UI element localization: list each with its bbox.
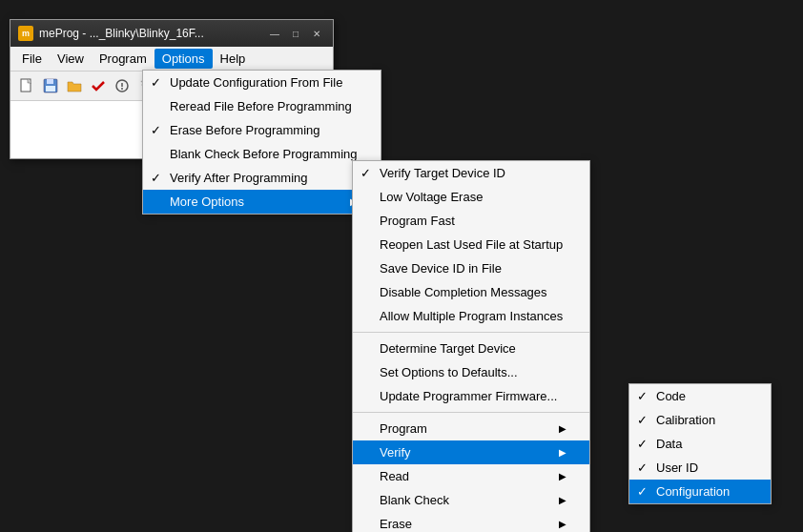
more-set-defaults[interactable]: Set Options to Defaults... [353, 360, 589, 384]
more-low-voltage[interactable]: Low Voltage Erase [353, 185, 589, 209]
svg-rect-3 [46, 86, 55, 92]
more-update-firmware[interactable]: Update Programmer Firmware... [353, 384, 589, 408]
program-arrow: ▶ [559, 423, 566, 434]
more-program-fast[interactable]: Program Fast [353, 209, 589, 233]
more-reopen-last[interactable]: Reopen Last Used File at Startup [353, 233, 589, 256]
toolbar-verify[interactable] [112, 75, 133, 96]
restore-button[interactable]: □ [287, 27, 304, 40]
erase-arrow: ▶ [559, 519, 566, 529]
svg-rect-2 [47, 79, 53, 84]
more-options-submenu: ✓ Verify Target Device ID Low Voltage Er… [352, 160, 590, 532]
toolbar-new[interactable] [16, 75, 37, 96]
more-allow-multiple[interactable]: Allow Multiple Program Instances [353, 304, 589, 328]
option-more-options[interactable]: More Options ▶ [143, 190, 381, 214]
option-erase-before[interactable]: ✓ Erase Before Programming [143, 118, 381, 142]
separator-2 [353, 412, 589, 413]
window-title: meProg - ..._Blinky\Blinky_16F... [39, 27, 204, 40]
verify-calibration[interactable]: ✓ Calibration [629, 408, 771, 432]
check-configuration: ✓ [637, 484, 648, 499]
check-update-config: ✓ [151, 75, 161, 90]
more-program[interactable]: Program ▶ [353, 417, 589, 440]
verify-arrow: ▶ [559, 447, 566, 458]
svg-point-6 [121, 88, 123, 90]
verify-data[interactable]: ✓ Data [629, 432, 771, 456]
menu-program[interactable]: Program [92, 49, 154, 69]
more-save-device-id[interactable]: Save Device ID in File [353, 256, 589, 280]
verify-configuration[interactable]: ✓ Configuration [629, 480, 771, 503]
more-read[interactable]: Read ▶ [353, 464, 589, 488]
check-code: ✓ [637, 389, 648, 403]
check-calibration: ✓ [637, 413, 648, 427]
option-blank-check[interactable]: Blank Check Before Programming [143, 142, 381, 166]
more-determine-target[interactable]: Determine Target Device [353, 337, 589, 360]
toolbar-save[interactable] [40, 75, 61, 96]
menu-view[interactable]: View [50, 49, 92, 69]
more-erase[interactable]: Erase ▶ [353, 512, 589, 532]
minimize-button[interactable]: — [266, 27, 283, 40]
verify-submenu: ✓ Code ✓ Calibration ✓ Data ✓ User ID ✓ … [628, 383, 772, 504]
separator-1 [353, 332, 589, 333]
more-disable-completion[interactable]: Disable Completion Messages [353, 280, 589, 304]
toolbar-check[interactable] [88, 75, 109, 96]
more-blank-check[interactable]: Blank Check ▶ [353, 488, 589, 512]
title-bar-left: m meProg - ..._Blinky\Blinky_16F... [18, 26, 204, 41]
check-data: ✓ [637, 437, 648, 451]
menu-bar: File View Program Options Help [10, 47, 333, 72]
check-erase: ✓ [151, 123, 161, 137]
more-verify-target-id[interactable]: ✓ Verify Target Device ID [353, 161, 589, 185]
read-arrow: ▶ [559, 471, 566, 481]
more-verify[interactable]: Verify ▶ [353, 440, 589, 464]
blank-check-arrow: ▶ [559, 495, 566, 505]
close-button[interactable]: ✕ [308, 27, 325, 40]
verify-code[interactable]: ✓ Code [629, 384, 771, 408]
menu-options[interactable]: Options [154, 49, 213, 69]
check-verify-target: ✓ [360, 166, 371, 180]
menu-file[interactable]: File [14, 49, 50, 69]
check-user-id: ✓ [637, 460, 648, 475]
check-verify: ✓ [151, 171, 161, 185]
verify-user-id[interactable]: ✓ User ID [629, 456, 771, 480]
option-verify-after[interactable]: ✓ Verify After Programming [143, 166, 381, 190]
option-update-config[interactable]: ✓ Update Configuration From File [143, 71, 381, 94]
option-reread-file[interactable]: Reread File Before Programming [143, 94, 381, 118]
title-bar-controls: — □ ✕ [266, 27, 325, 40]
options-dropdown: ✓ Update Configuration From File Reread … [142, 70, 381, 215]
menu-help[interactable]: Help [213, 49, 254, 69]
toolbar-open[interactable] [64, 75, 85, 96]
app-icon: m [18, 26, 33, 41]
title-bar: m meProg - ..._Blinky\Blinky_16F... — □ … [10, 20, 333, 47]
